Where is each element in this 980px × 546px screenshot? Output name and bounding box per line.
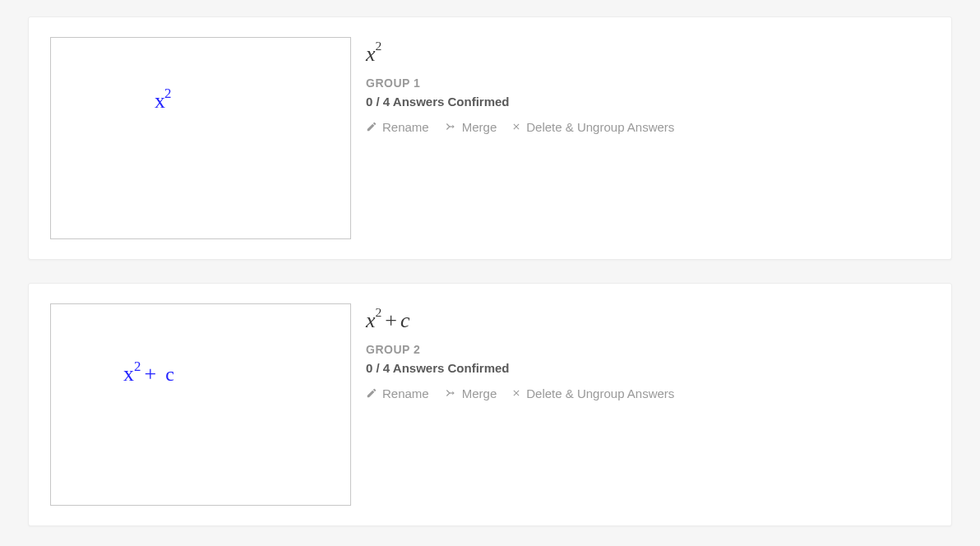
group-formula: x2 bbox=[366, 42, 674, 65]
delete-ungroup-button[interactable]: Delete & Ungroup Answers bbox=[511, 386, 674, 400]
group-actions: Rename Merge Delete & Ungroup Answers bbox=[366, 120, 674, 134]
handwriting-sample: x2 bbox=[155, 89, 172, 112]
group-meta: x2 GROUP 1 0 / 4 Answers Confirmed Renam… bbox=[366, 37, 674, 134]
pencil-icon bbox=[366, 387, 377, 399]
group-label: GROUP 1 bbox=[366, 76, 674, 90]
answer-thumbnail[interactable]: x2+c bbox=[50, 303, 351, 506]
rename-label: Rename bbox=[382, 120, 429, 134]
close-icon bbox=[511, 388, 521, 398]
merge-button[interactable]: Merge bbox=[444, 120, 497, 134]
merge-label: Merge bbox=[462, 120, 497, 134]
rename-label: Rename bbox=[382, 386, 429, 400]
merge-icon bbox=[444, 121, 457, 132]
merge-label: Merge bbox=[462, 386, 497, 400]
delete-ungroup-button[interactable]: Delete & Ungroup Answers bbox=[511, 120, 674, 134]
answer-thumbnail[interactable]: x2 bbox=[50, 37, 351, 239]
group-label: GROUP 2 bbox=[366, 343, 674, 356]
group-card: x2+c x2+c GROUP 2 0 / 4 Answers Confirme… bbox=[28, 283, 952, 526]
group-card: x2 x2 GROUP 1 0 / 4 Answers Confirmed Re… bbox=[28, 16, 952, 260]
pencil-icon bbox=[366, 121, 377, 132]
close-icon bbox=[511, 122, 521, 132]
handwriting-sample: x2+c bbox=[123, 362, 175, 385]
delete-label: Delete & Ungroup Answers bbox=[526, 120, 674, 134]
group-formula: x2+c bbox=[366, 308, 674, 331]
group-actions: Rename Merge Delete & Ungroup Answers bbox=[366, 386, 674, 400]
group-meta: x2+c GROUP 2 0 / 4 Answers Confirmed Ren… bbox=[366, 303, 674, 400]
delete-label: Delete & Ungroup Answers bbox=[526, 386, 674, 400]
answers-confirmed-count: 0 / 4 Answers Confirmed bbox=[366, 95, 674, 109]
merge-icon bbox=[444, 387, 457, 399]
merge-button[interactable]: Merge bbox=[444, 386, 497, 400]
rename-button[interactable]: Rename bbox=[366, 386, 429, 400]
rename-button[interactable]: Rename bbox=[366, 120, 429, 134]
answers-confirmed-count: 0 / 4 Answers Confirmed bbox=[366, 361, 674, 375]
